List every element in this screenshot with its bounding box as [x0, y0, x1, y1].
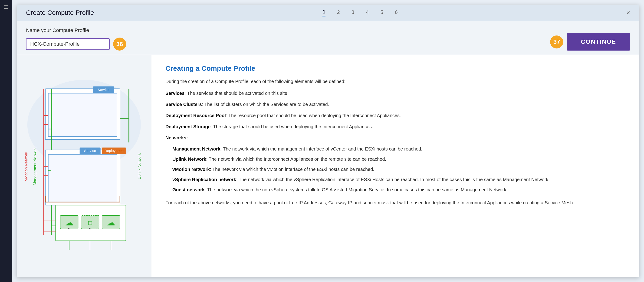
svg-text:⇆: ⇆	[89, 227, 91, 230]
info-section-clusters: Service Clusters: The list of clusters o…	[166, 101, 626, 108]
info-title: Creating a Compute Profile	[166, 64, 626, 72]
step-tabs: 1 2 3 4 5 6	[322, 9, 398, 16]
create-compute-profile-dialog: Create Compute Profile 1 2 3 4 5 6 × Nam…	[17, 5, 639, 277]
info-section-services: Services: The services that should be ac…	[166, 90, 626, 97]
svg-text:Service: Service	[84, 149, 96, 152]
name-block: Name your Compute Profile 36	[26, 27, 126, 51]
guest-network-bold: Guest network	[172, 187, 205, 192]
sidebar: ☰	[0, 0, 12, 282]
step-tab-5[interactable]: 5	[380, 9, 383, 16]
svg-text:☁: ☁	[107, 218, 115, 227]
svg-rect-7	[48, 93, 117, 136]
clusters-text: : The list of clusters on which the Serv…	[202, 102, 329, 107]
vmotion-network-text: : The network via which the vMotion inte…	[210, 167, 374, 172]
info-intro: During the creation of a Compute Profile…	[166, 78, 626, 85]
compute-profile-name-input[interactable]	[26, 38, 110, 50]
svg-text:☁: ☁	[65, 218, 74, 227]
dialog-title: Create Compute Profile	[26, 9, 94, 16]
svg-text:Uplink Network: Uplink Network	[137, 153, 142, 179]
network-diagram: vMotion Network Management Network Uplin…	[21, 65, 147, 268]
network-vsphere-replication: vSphere Replication network: The network…	[172, 176, 626, 183]
mgmt-network-text: : The network via which the management i…	[220, 146, 422, 151]
info-footer: For each of the above networks, you need…	[166, 199, 626, 206]
name-label: Name your Compute Profile	[26, 27, 126, 33]
vsphere-replication-bold: vSphere Replication network	[172, 177, 236, 182]
services-text: : The services that should be activated …	[184, 91, 288, 96]
svg-text:Management Network: Management Network	[33, 147, 37, 185]
diagram-area: vMotion Network Management Network Uplin…	[17, 55, 152, 277]
dialog-header: Create Compute Profile 1 2 3 4 5 6 ×	[17, 5, 639, 21]
step-tab-1[interactable]: 1	[322, 9, 325, 16]
networks-label: Networks:	[166, 135, 188, 140]
storage-text: : The storage that should be used when d…	[210, 124, 373, 129]
svg-rect-20	[48, 154, 117, 202]
resource-pool-text: : The resource pool that should be used …	[226, 113, 401, 118]
svg-text:vMotion Network: vMotion Network	[24, 152, 28, 181]
svg-text:⇆: ⇆	[68, 227, 70, 230]
step-tab-3[interactable]: 3	[352, 9, 354, 16]
continue-block: 37 CONTINUE	[550, 33, 630, 51]
svg-text:Deployment: Deployment	[104, 149, 124, 152]
step-tab-6[interactable]: 6	[395, 9, 398, 16]
svg-text:Service: Service	[98, 88, 110, 92]
networks-section-label: Networks:	[166, 134, 626, 141]
services-bold: Services	[166, 91, 184, 96]
clusters-bold: Service Clusters	[166, 102, 202, 107]
uplink-network-text: : The network via which the Interconnect…	[206, 156, 386, 162]
name-continue-row: Name your Compute Profile 36 37 CONTINUE	[17, 21, 639, 55]
info-panel: Creating a Compute Profile During the cr…	[152, 55, 639, 277]
network-vmotion: vMotion Network: The network via which t…	[172, 166, 626, 173]
vsphere-replication-text: : The network via which the vSphere Repl…	[236, 177, 550, 182]
close-button[interactable]: ×	[626, 9, 630, 16]
content-area: vMotion Network Management Network Uplin…	[17, 55, 639, 277]
mgmt-network-bold: Management Network	[172, 146, 220, 151]
network-guest: Guest network: The network via which the…	[172, 186, 626, 193]
step-tab-2[interactable]: 2	[337, 9, 340, 16]
uplink-network-bold: Uplink Network	[172, 156, 206, 162]
vmotion-network-bold: vMotion Network	[172, 167, 210, 172]
main-content: Create Compute Profile 1 2 3 4 5 6 × Nam…	[12, 0, 644, 282]
resource-pool-bold: Deployment Resource Pool	[166, 113, 226, 118]
menu-icon[interactable]: ☰	[2, 2, 10, 12]
storage-bold: Deployment Storage	[166, 124, 210, 129]
svg-text:⊞: ⊞	[88, 220, 93, 226]
badge-36: 36	[113, 38, 126, 51]
network-uplink: Uplink Network: The network via which th…	[172, 155, 626, 163]
name-input-wrapper: 36	[26, 38, 126, 51]
continue-button[interactable]: CONTINUE	[567, 33, 630, 51]
guest-network-text: : The network via which the non vSphere …	[205, 187, 508, 192]
info-section-storage: Deployment Storage: The storage that sho…	[166, 123, 626, 130]
step-tab-4[interactable]: 4	[366, 9, 369, 16]
badge-37: 37	[550, 35, 563, 48]
info-section-resource-pool: Deployment Resource Pool: The resource p…	[166, 112, 626, 119]
network-management: Management Network: The network via whic…	[172, 145, 626, 152]
